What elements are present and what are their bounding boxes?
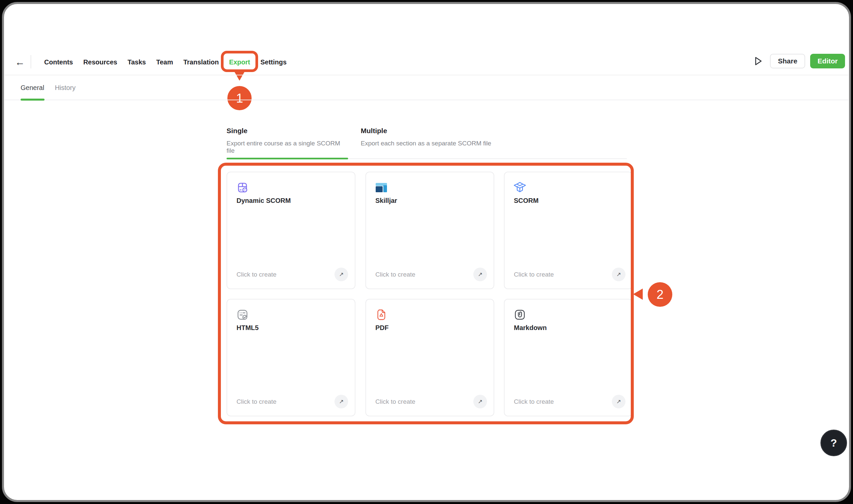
card-label: Markdown	[514, 324, 547, 332]
create-arrow-button[interactable]: ↗	[473, 395, 487, 408]
play-icon	[751, 54, 764, 68]
create-arrow-button[interactable]: ↗	[612, 395, 625, 408]
card-footer: Click to create ↗	[375, 395, 487, 408]
card-footer: Click to create ↗	[514, 395, 625, 408]
card-cta: Click to create	[375, 271, 415, 278]
nav-item-settings[interactable]: Settings	[261, 57, 287, 67]
single-description: Export entire course as a single SCORM f…	[227, 140, 348, 155]
help-button[interactable]: ?	[820, 430, 847, 456]
card-skilljar[interactable]: Skilljar Click to create ↗	[366, 172, 494, 289]
card-markdown[interactable]: Markdown Click to create ↗	[504, 299, 633, 416]
card-label: SCORM	[514, 197, 538, 204]
export-mode-tabs: Single Export entire course as a single …	[227, 127, 491, 155]
card-footer: Click to create ↗	[236, 268, 348, 281]
share-button[interactable]: Share	[770, 54, 805, 68]
active-subtab-underline	[21, 98, 45, 101]
multiple-title: Multiple	[361, 127, 491, 135]
card-footer: Click to create ↗	[236, 395, 348, 408]
card-cta: Click to create	[236, 271, 277, 278]
single-title: Single	[227, 127, 348, 135]
nav-item-contents[interactable]: Contents	[44, 57, 73, 67]
card-cta: Click to create	[514, 271, 554, 278]
card-cta: Click to create	[236, 398, 277, 406]
card-footer: Click to create ↗	[375, 268, 487, 281]
card-label: PDF	[375, 324, 389, 332]
html5-checklist-icon	[236, 308, 249, 321]
preview-button[interactable]	[750, 54, 765, 68]
card-footer: Click to create ↗	[514, 268, 625, 281]
arrow-up-right-icon: ↗	[478, 271, 482, 278]
top-actions: Share Editor	[750, 54, 845, 68]
card-label: HTML5	[236, 324, 259, 332]
export-subtabs: General History	[21, 83, 75, 92]
nav-item-export[interactable]: Export 1	[229, 57, 250, 67]
nav-item-tasks[interactable]: Tasks	[127, 57, 146, 67]
active-mode-underline	[227, 158, 348, 159]
nav-item-resources[interactable]: Resources	[83, 57, 117, 67]
main-nav: Contents Resources Tasks Team Translatio…	[44, 57, 287, 67]
card-cta: Click to create	[514, 398, 554, 406]
create-arrow-button[interactable]: ↗	[335, 395, 348, 408]
dynamic-scorm-icon	[236, 181, 249, 194]
topbar-border	[5, 75, 848, 75]
pdf-file-icon	[375, 308, 388, 321]
subtab-border	[5, 100, 848, 100]
create-arrow-button[interactable]: ↗	[612, 268, 625, 281]
card-pdf[interactable]: PDF Click to create ↗	[366, 299, 494, 416]
skilljar-icon	[375, 181, 388, 194]
tab-general[interactable]: General	[21, 83, 44, 92]
card-cta: Click to create	[375, 398, 415, 406]
tab-single[interactable]: Single Export entire course as a single …	[227, 127, 348, 155]
screenshot-root: ← Contents Resources Tasks Team Translat…	[0, 0, 853, 504]
back-button[interactable]: ←	[12, 54, 28, 70]
arrow-up-right-icon: ↗	[616, 271, 621, 278]
nav-item-team[interactable]: Team	[156, 57, 173, 67]
tab-history[interactable]: History	[55, 83, 75, 92]
multiple-description: Export each section as a separate SCORM …	[361, 140, 491, 147]
arrow-up-right-icon: ↗	[339, 271, 343, 278]
card-label: Dynamic SCORM	[236, 197, 291, 204]
card-dynamic-scorm[interactable]: Dynamic SCORM Click to create ↗	[227, 172, 355, 289]
create-arrow-button[interactable]: ↗	[473, 268, 487, 281]
markdown-clip-icon	[513, 308, 527, 321]
scorm-box-icon	[513, 181, 527, 194]
card-label: Skilljar	[375, 197, 397, 204]
arrow-up-right-icon: ↗	[478, 398, 482, 405]
nav-item-translation[interactable]: Translation	[183, 57, 219, 67]
card-html5[interactable]: HTML5 Click to create ↗	[227, 299, 355, 416]
nav-divider	[31, 55, 31, 68]
arrow-up-right-icon: ↗	[339, 398, 343, 405]
editor-button[interactable]: Editor	[810, 54, 845, 68]
card-scorm[interactable]: SCORM Click to create ↗	[504, 172, 633, 289]
create-arrow-button[interactable]: ↗	[335, 268, 348, 281]
tab-multiple[interactable]: Multiple Export each section as a separa…	[361, 127, 491, 155]
arrow-up-right-icon: ↗	[616, 398, 621, 405]
